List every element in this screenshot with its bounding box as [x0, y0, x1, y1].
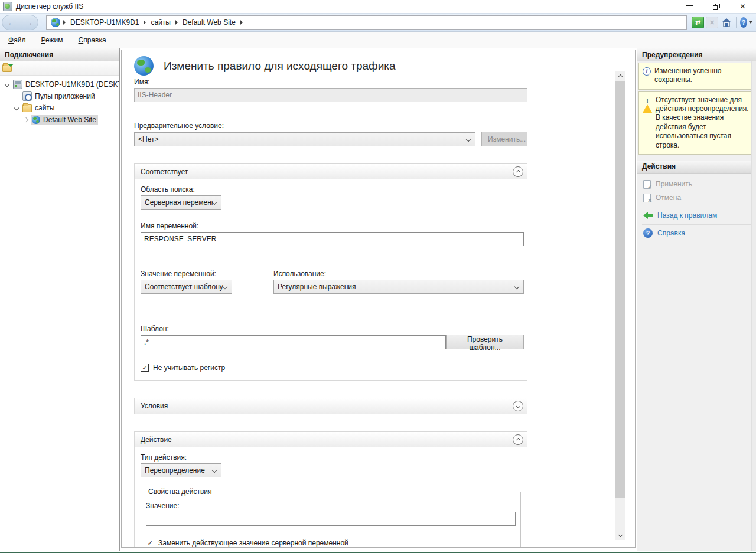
chevron-down-icon[interactable] — [12, 106, 21, 110]
help-button[interactable]: ? — [740, 17, 752, 28]
tree-item-default-web-site[interactable]: Default Web Site — [0, 114, 119, 126]
nav-back-forward: ← → — [2, 15, 38, 30]
replace-value-label: Заменить действующее значение серверной … — [158, 539, 348, 547]
right-panel-scrollbar[interactable] — [751, 61, 756, 551]
breadcrumb-arrow-icon — [240, 20, 243, 25]
variable-name-label: Имя переменной: — [141, 222, 524, 230]
x-icon: ✕ — [647, 198, 652, 204]
toolbar-separator — [736, 17, 737, 28]
minimize-icon: — — [686, 1, 693, 9]
using-label: Использование: — [273, 270, 524, 278]
chevron-down-icon — [223, 284, 227, 289]
chevron-up-icon — [618, 74, 623, 78]
breadcrumb-arrow-icon — [144, 20, 146, 25]
main-content: Изменить правило для исходящего трафика … — [121, 50, 636, 548]
action-label: Отмена — [656, 194, 681, 202]
minimize-button[interactable]: — — [676, 0, 703, 13]
chevron-down-icon — [516, 404, 520, 408]
variable-value-select[interactable]: Соответствует шаблону — [141, 280, 232, 294]
info-icon: i — [643, 67, 651, 85]
info-alert: iИзменения успешно сохранены. — [638, 63, 755, 90]
close-button[interactable]: ✕ — [729, 0, 756, 13]
breadcrumb-segment[interactable]: DESKTOP-U1MK9D1 — [67, 18, 142, 27]
breadcrumb-arrow-icon — [175, 20, 178, 25]
back-icon[interactable]: ← — [8, 18, 15, 27]
main-scrollbar[interactable] — [615, 71, 625, 540]
iis-manager-window: Диспетчер служб IIS — ✕ ← → DESKTOP-U1MK… — [0, 0, 756, 553]
restore-button[interactable] — [703, 0, 729, 13]
action-value-input[interactable] — [146, 512, 516, 526]
chevron-down-icon — [212, 468, 217, 473]
match-section-header[interactable]: Соответствует — [135, 164, 527, 179]
variable-name-input[interactable] — [141, 232, 524, 246]
expand-button[interactable] — [513, 401, 523, 411]
rule-name-input — [134, 88, 527, 102]
action-section-header[interactable]: Действие — [135, 432, 527, 447]
ignore-case-checkbox[interactable]: ✓ — [141, 364, 149, 372]
tree-item-core[interactable]: сайты — [21, 103, 57, 113]
menu-item-help[interactable]: Справка — [79, 36, 106, 44]
action-type-value: Переопределение — [145, 466, 205, 475]
refresh-icon: ⇄ — [695, 19, 700, 27]
precondition-value: <Нет> — [138, 135, 158, 143]
breadcrumb[interactable]: DESKTOP-U1MK9D1сайтыDefault Web Site — [46, 15, 687, 30]
menu-item-file[interactable]: Файл — [8, 36, 26, 44]
tree-item-core[interactable]: Пулы приложений — [21, 91, 97, 102]
test-pattern-button[interactable]: Проверить шаблон... — [446, 335, 524, 349]
action-section-body: Тип действия: Переопределение Свойства д… — [135, 447, 527, 548]
scroll-up-button[interactable] — [615, 71, 625, 81]
using-select[interactable]: Регулярные выражения — [273, 280, 524, 294]
action-properties-group: Свойства действия Значение: ✓ Заменить д… — [141, 492, 521, 548]
pattern-input[interactable] — [141, 335, 446, 349]
action-back-to-rules[interactable]: Назад к правилам — [637, 209, 756, 222]
menu-item-view[interactable]: Режим — [41, 36, 63, 44]
scrollbar-thumb[interactable] — [615, 81, 625, 498]
collapse-button[interactable] — [513, 434, 523, 445]
tree-item-application-pools[interactable]: Пулы приложений — [0, 90, 119, 102]
actions-separator — [642, 207, 751, 207]
pattern-label: Шаблон: — [141, 325, 524, 333]
match-section-title: Соответствует — [141, 168, 188, 176]
connections-panel: Подключения DESKTOP-U1MK9D1 (DESKTOPПулы… — [0, 48, 120, 551]
connections-toolbar — [0, 61, 119, 76]
iis-app-icon — [3, 2, 12, 11]
tree-item-label: DESKTOP-U1MK9D1 (DESKTOP — [25, 80, 119, 89]
action-section: Действие Тип действия: Переопределение С… — [134, 431, 527, 548]
toolbar-icons: ⇄ ✕ ? — [692, 17, 752, 28]
breadcrumb-segment[interactable]: сайты — [147, 18, 174, 27]
tree-item-sites[interactable]: сайты — [0, 102, 119, 114]
tree-item-label: Пулы приложений — [35, 92, 95, 100]
chevron-down-icon[interactable] — [2, 83, 12, 86]
window-title: Диспетчер служб IIS — [16, 2, 83, 11]
tree-item-core[interactable]: DESKTOP-U1MK9D1 (DESKTOP — [12, 79, 119, 90]
conditions-section-header[interactable]: Условия — [135, 398, 527, 414]
save-connection-icon[interactable] — [2, 64, 12, 72]
scope-value: Серверная переменн — [145, 198, 213, 207]
home-button[interactable] — [720, 17, 732, 28]
check-icon: ✓ — [147, 540, 152, 547]
connections-panel-title: Подключения — [0, 48, 119, 61]
action-label: Назад к правилам — [657, 211, 717, 220]
breadcrumb-arrow-icon — [63, 20, 66, 25]
action-type-select[interactable]: Переопределение — [141, 463, 221, 477]
action-help[interactable]: ?Справка — [637, 227, 756, 240]
alert-text: Изменения успешно сохранены. — [654, 67, 752, 85]
collapse-button[interactable] — [513, 166, 523, 177]
precondition-select[interactable]: <Нет> — [134, 132, 475, 146]
title-bar: Диспетчер служб IIS — ✕ — [0, 0, 756, 13]
tree-item-core[interactable]: Default Web Site — [31, 115, 98, 125]
replace-value-checkbox[interactable]: ✓ — [146, 539, 154, 547]
scroll-down-button[interactable] — [615, 530, 625, 540]
match-section-body: Область поиска: Серверная переменн Имя п… — [135, 179, 527, 380]
scope-select[interactable]: Серверная переменн — [141, 195, 221, 210]
tree-item-server[interactable]: DESKTOP-U1MK9D1 (DESKTOP — [0, 78, 119, 90]
refresh-button[interactable]: ⇄ — [692, 17, 704, 28]
breadcrumb-segment[interactable]: Default Web Site — [179, 18, 239, 27]
navigation-toolbar: ← → DESKTOP-U1MK9D1сайтыDefault Web Site… — [0, 13, 756, 32]
window-body: Подключения DESKTOP-U1MK9D1 (DESKTOPПулы… — [0, 48, 756, 551]
warnings-list: iИзменения успешно сохранены.!Отсутствуе… — [637, 61, 756, 158]
actions-panel-title: Действия — [637, 161, 756, 174]
forward-icon[interactable]: → — [25, 18, 33, 27]
chevron-right-icon[interactable] — [21, 118, 31, 122]
warning-icon: ! — [643, 96, 652, 104]
